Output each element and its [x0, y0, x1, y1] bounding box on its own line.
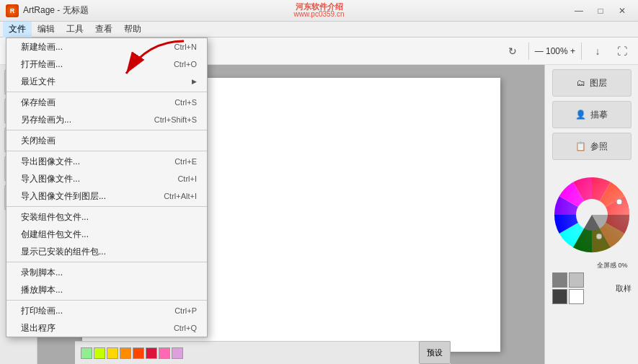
svg-point-2	[616, 199, 622, 205]
menu-item-label: 导出图像文件...	[21, 156, 80, 168]
sampler-area: 取样	[616, 283, 632, 294]
title-bar: R ArtRage - 无标题 河东软件介绍 www.pc0359.cn — □…	[0, 0, 638, 22]
menu-item-showpacks[interactable]: 显示已安装的组件包...	[6, 243, 207, 260]
fullscreen-btn[interactable]: ⛶	[612, 41, 632, 61]
zoom-value: — 100% +	[535, 46, 575, 56]
menu-item-shortcut: Ctrl+N	[174, 43, 197, 51]
menu-item-installpack[interactable]: 安装组件包文件...	[6, 208, 207, 226]
menu-item-label: 打开绘画...	[21, 58, 63, 71]
bottom-bar: 预设	[75, 341, 451, 364]
reference-icon: 📋	[575, 141, 586, 151]
toolbar-divider-4	[581, 43, 582, 60]
color-wheel	[552, 175, 632, 254]
color-swatch[interactable]	[146, 347, 157, 359]
menu-item-playback[interactable]: 播放脚本...	[6, 281, 207, 298]
menu-separator	[6, 130, 207, 130]
color-swatch[interactable]	[133, 347, 144, 359]
menu-item-shortcut: Ctrl+P	[174, 306, 197, 315]
menu-item-saveas[interactable]: 另存绘画为...Ctrl+Shift+S	[6, 111, 207, 128]
close-button[interactable]: ✕	[612, 4, 632, 18]
minimize-button[interactable]: —	[569, 4, 589, 18]
menu-item-label: 导入图像文件到图层...	[21, 190, 106, 203]
menu-item-label: 退出程序	[21, 322, 56, 334]
menu-item-label: 播放脚本...	[21, 284, 63, 296]
menu-item-close[interactable]: 关闭绘画	[6, 132, 207, 149]
menu-item-new[interactable]: 新建绘画...Ctrl+N	[6, 38, 207, 56]
menu-separator	[6, 206, 207, 207]
zoom-down-btn[interactable]: ↓	[588, 41, 608, 61]
menu-item-open[interactable]: 打开绘画...Ctrl+O	[6, 56, 207, 73]
menu-item-quit[interactable]: 退出程序Ctrl+Q	[6, 319, 207, 337]
color-wheel-container[interactable]: 全屏感 0%	[552, 164, 632, 265]
menu-bar: 文件 编辑 工具 查看 帮助	[0, 22, 638, 37]
menu-view[interactable]: 查看	[89, 22, 118, 37]
toolbar-right: ↻ — 100% + ↓ ⛶	[502, 41, 632, 61]
menu-item-recent[interactable]: 最近文件	[6, 73, 207, 90]
menu-item-shortcut: Ctrl+Alt+I	[164, 192, 197, 200]
menu-tools[interactable]: 工具	[61, 22, 89, 37]
sampler-label: 取样	[616, 283, 632, 294]
menu-item-label: 录制脚本...	[21, 267, 63, 279]
color-swatch[interactable]	[81, 347, 92, 359]
menu-item-label: 保存绘画	[21, 97, 56, 109]
color-square-lightgray[interactable]	[569, 272, 584, 288]
color-swatch[interactable]	[120, 347, 131, 359]
color-swatch-row	[81, 347, 183, 359]
menu-item-import[interactable]: 导入图像文件...Ctrl+I	[6, 170, 207, 187]
menu-item-shortcut: Ctrl+E	[174, 157, 197, 166]
layers-label: 图层	[590, 77, 607, 89]
menu-item-shortcut: Ctrl+O	[174, 60, 197, 68]
color-squares[interactable]	[552, 272, 584, 304]
menu-item-shortcut: Ctrl+I	[177, 174, 197, 183]
zoom-control: — 100% +	[535, 46, 575, 56]
menu-item-label: 显示已安装的组件包...	[21, 246, 106, 258]
color-swatch[interactable]	[107, 347, 118, 359]
app-title: ArtRage - 无标题	[23, 4, 89, 17]
menu-item-label: 创建组件包文件...	[21, 228, 89, 241]
reference-label: 参照	[590, 141, 608, 153]
menu-separator	[6, 262, 207, 262]
menu-help[interactable]: 帮助	[118, 22, 147, 37]
preset-button[interactable]: 预设	[419, 341, 451, 364]
menu-item-label: 新建绘画...	[21, 41, 63, 53]
color-square-darkgray[interactable]	[552, 289, 567, 304]
title-bar-left: R ArtRage - 无标题	[6, 4, 89, 17]
tracing-icon: 👤	[575, 110, 586, 120]
svg-point-3	[596, 234, 602, 239]
rotate-btn[interactable]: ↻	[502, 41, 523, 61]
app-icon: R	[6, 4, 19, 17]
file-menu-dropdown: 新建绘画...Ctrl+N打开绘画...Ctrl+O最近文件保存绘画Ctrl+S…	[6, 37, 208, 337]
reference-btn[interactable]: 📋 参照	[552, 133, 632, 160]
color-square-white[interactable]	[569, 289, 584, 304]
color-swatch[interactable]	[159, 347, 170, 359]
color-square-gray[interactable]	[552, 272, 567, 288]
menu-item-label: 最近文件	[21, 76, 56, 88]
maximize-button[interactable]: □	[590, 4, 611, 18]
menu-file[interactable]: 文件	[3, 22, 32, 37]
menu-item-record[interactable]: 录制脚本...	[6, 264, 207, 281]
bottom-controls: 取样	[552, 272, 632, 304]
color-swatch[interactable]	[94, 347, 105, 359]
menu-item-createpack[interactable]: 创建组件包文件...	[6, 226, 207, 243]
menu-item-print[interactable]: 打印绘画...Ctrl+P	[6, 302, 207, 319]
menu-separator	[6, 92, 207, 92]
menu-separator	[6, 300, 207, 301]
layers-icon: 🗂	[577, 78, 585, 88]
menu-item-shortcut: Ctrl+Shift+S	[154, 115, 197, 124]
watermark2: www.pc0359.cn	[293, 10, 344, 18]
menu-item-save[interactable]: 保存绘画Ctrl+S	[6, 94, 207, 111]
tracing-btn[interactable]: 👤 描摹	[552, 101, 632, 128]
right-sidebar: 🗂 图层 👤 描摹 📋 参照	[544, 65, 638, 364]
window-controls: — □ ✕	[569, 4, 632, 18]
menu-item-importlayer[interactable]: 导入图像文件到图层...Ctrl+Alt+I	[6, 187, 207, 205]
menu-item-shortcut: Ctrl+Q	[174, 324, 197, 332]
layers-btn[interactable]: 🗂 图层	[552, 69, 632, 97]
menu-item-label: 关闭绘画	[21, 135, 56, 147]
menu-item-export[interactable]: 导出图像文件...Ctrl+E	[6, 153, 207, 170]
menu-item-label: 导入图像文件...	[21, 173, 80, 185]
color-swatch[interactable]	[172, 347, 183, 359]
menu-item-label: 打印绘画...	[21, 305, 63, 317]
menu-edit[interactable]: 编辑	[32, 22, 61, 37]
menu-item-label: 另存绘画为...	[21, 114, 71, 126]
menu-item-label: 安装组件包文件...	[21, 211, 89, 223]
